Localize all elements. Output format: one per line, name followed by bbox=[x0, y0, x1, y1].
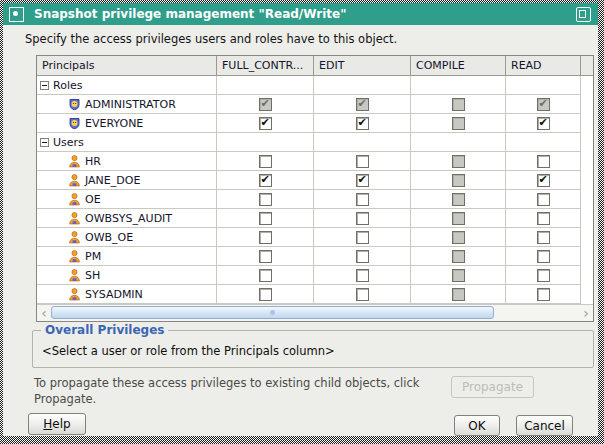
privilege-checkbox[interactable] bbox=[356, 193, 369, 206]
principal-cell: Roles bbox=[37, 76, 217, 95]
privilege-checkbox[interactable] bbox=[356, 288, 369, 301]
privilege-cell bbox=[411, 171, 506, 190]
privilege-checkbox bbox=[452, 288, 465, 301]
group-row[interactable]: Roles bbox=[37, 76, 593, 95]
instruction-text: Specify the access privileges users and … bbox=[25, 32, 397, 46]
window-restore-icon[interactable] bbox=[576, 7, 591, 22]
privilege-checkbox[interactable] bbox=[356, 250, 369, 263]
privilege-checkbox[interactable] bbox=[356, 231, 369, 244]
privilege-checkbox[interactable] bbox=[537, 212, 550, 225]
principal-cell: OE bbox=[37, 190, 217, 209]
privilege-checkbox bbox=[259, 98, 272, 111]
principal-cell: HR bbox=[37, 152, 217, 171]
privilege-checkbox bbox=[537, 98, 550, 111]
principal-name: HR bbox=[85, 155, 101, 168]
privilege-checkbox[interactable] bbox=[259, 250, 272, 263]
ok-button-label: OK bbox=[468, 419, 485, 433]
privilege-checkbox[interactable] bbox=[356, 269, 369, 282]
principal-cell: SYSADMIN bbox=[37, 285, 217, 304]
help-button[interactable]: Help bbox=[28, 413, 86, 435]
scrollbar-thumb[interactable] bbox=[51, 306, 494, 319]
privilege-checkbox[interactable] bbox=[259, 269, 272, 282]
privilege-cell bbox=[217, 152, 314, 171]
role-icon bbox=[68, 117, 81, 130]
privilege-checkbox[interactable] bbox=[356, 117, 369, 130]
privilege-cell bbox=[411, 95, 506, 114]
privilege-cell bbox=[314, 209, 411, 228]
column-header[interactable]: READ bbox=[506, 56, 581, 75]
privilege-checkbox[interactable] bbox=[537, 288, 550, 301]
principal-row[interactable]: JANE_DOE bbox=[37, 171, 593, 190]
privilege-checkbox[interactable] bbox=[537, 174, 550, 187]
cancel-button[interactable]: Cancel bbox=[516, 415, 573, 436]
principal-name: OWB_OE bbox=[85, 231, 133, 244]
privilege-checkbox[interactable] bbox=[259, 231, 272, 244]
user-icon bbox=[68, 174, 81, 187]
principal-name: OE bbox=[85, 193, 101, 206]
column-header[interactable]: EDIT bbox=[314, 56, 411, 75]
privilege-cell bbox=[217, 190, 314, 209]
principal-row[interactable]: ADMINISTRATOR bbox=[37, 95, 593, 114]
principal-row[interactable]: HR bbox=[37, 152, 593, 171]
privilege-checkbox[interactable] bbox=[356, 174, 369, 187]
privilege-checkbox[interactable] bbox=[537, 193, 550, 206]
privilege-cell bbox=[411, 133, 506, 152]
collapse-toggle-icon[interactable] bbox=[40, 81, 49, 90]
dialog: Snapshot privilege management "Read/Writ… bbox=[3, 3, 598, 436]
privilege-cell bbox=[314, 228, 411, 247]
privilege-checkbox[interactable] bbox=[537, 269, 550, 282]
cancel-button-label: Cancel bbox=[524, 419, 565, 433]
privilege-checkbox[interactable] bbox=[537, 231, 550, 244]
privilege-checkbox[interactable] bbox=[259, 212, 272, 225]
collapse-toggle-icon[interactable] bbox=[40, 138, 49, 147]
principal-row[interactable]: SH bbox=[37, 266, 593, 285]
column-header[interactable]: FULL_CONTR... bbox=[217, 56, 314, 75]
privilege-checkbox[interactable] bbox=[356, 212, 369, 225]
privilege-cell bbox=[506, 228, 581, 247]
privilege-checkbox[interactable] bbox=[356, 155, 369, 168]
window-menu-icon[interactable] bbox=[9, 7, 24, 22]
privilege-checkbox[interactable] bbox=[259, 174, 272, 187]
principal-name: PM bbox=[85, 250, 101, 263]
principal-row[interactable]: OWBSYS_AUDIT bbox=[37, 209, 593, 228]
principal-cell: PM bbox=[37, 247, 217, 266]
column-header[interactable]: COMPILE bbox=[411, 56, 506, 75]
principal-row[interactable]: OE bbox=[37, 190, 593, 209]
privilege-checkbox[interactable] bbox=[537, 117, 550, 130]
privilege-checkbox bbox=[452, 174, 465, 187]
propagate-button: Propagate bbox=[451, 376, 534, 398]
privilege-cell bbox=[411, 228, 506, 247]
privilege-checkbox[interactable] bbox=[537, 155, 550, 168]
principal-name: SH bbox=[85, 269, 100, 282]
group-row[interactable]: Users bbox=[37, 133, 593, 152]
privilege-checkbox bbox=[356, 98, 369, 111]
horizontal-scrollbar[interactable]: ‹ › bbox=[37, 304, 593, 321]
principal-cell: ADMINISTRATOR bbox=[37, 95, 217, 114]
privilege-checkbox[interactable] bbox=[259, 193, 272, 206]
principal-row[interactable]: PM bbox=[37, 247, 593, 266]
privilege-checkbox[interactable] bbox=[259, 117, 272, 130]
propagate-button-label: Propagate bbox=[462, 380, 523, 394]
privilege-checkbox[interactable] bbox=[259, 288, 272, 301]
privilege-checkbox bbox=[452, 231, 465, 244]
principal-row[interactable]: OWB_OE bbox=[37, 228, 593, 247]
privileges-table: PrincipalsFULL_CONTR...EDITCOMPILEREAD R… bbox=[36, 55, 594, 322]
principal-row[interactable]: SYSADMIN bbox=[37, 285, 593, 304]
user-icon bbox=[68, 212, 81, 225]
principal-cell: EVERYONE bbox=[37, 114, 217, 133]
help-button-label: Help bbox=[43, 417, 70, 431]
principal-row[interactable]: EVERYONE bbox=[37, 114, 593, 133]
privilege-cell bbox=[217, 209, 314, 228]
privilege-cell bbox=[506, 152, 581, 171]
privilege-cell bbox=[506, 247, 581, 266]
privilege-cell bbox=[411, 247, 506, 266]
titlebar[interactable]: Snapshot privilege management "Read/Writ… bbox=[3, 3, 598, 25]
ok-button[interactable]: OK bbox=[454, 415, 500, 436]
privilege-checkbox[interactable] bbox=[537, 250, 550, 263]
column-header[interactable]: Principals bbox=[37, 56, 217, 75]
privilege-cell bbox=[411, 190, 506, 209]
privilege-checkbox[interactable] bbox=[259, 155, 272, 168]
scroll-right-icon[interactable]: › bbox=[579, 305, 593, 321]
table-body: RolesADMINISTRATOREVERYONEUsersHRJANE_DO… bbox=[37, 76, 593, 304]
scroll-left-icon[interactable]: ‹ bbox=[37, 305, 51, 321]
